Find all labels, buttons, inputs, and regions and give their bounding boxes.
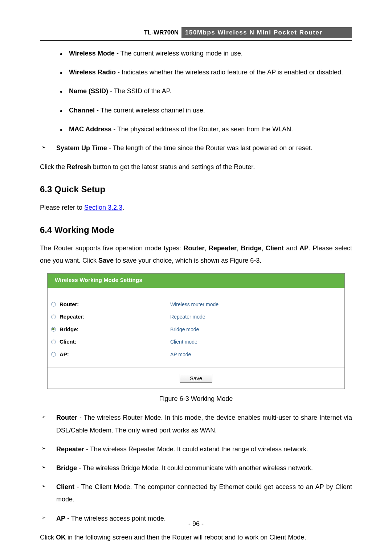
bullet-text: - The current wireless working mode in u…	[115, 50, 243, 57]
text: Please refer to	[40, 204, 84, 211]
bullet-label: MAC Address	[69, 126, 111, 133]
panel-save-row: Save	[48, 368, 344, 389]
bullet-label: Name (SSID)	[69, 87, 108, 95]
figure-caption: Figure 6-3 Working Mode	[40, 393, 352, 405]
bullet-label: Wireless Mode	[69, 50, 115, 57]
bullet-label: Channel	[69, 107, 95, 114]
quick-setup-paragraph: Please refer to Section 3.2.3.	[40, 201, 352, 214]
row-label: Repeater:	[60, 312, 170, 322]
bullet-text: - The current wireless channel in use.	[95, 107, 205, 114]
heading-6-4: 6.4 Working Mode	[40, 222, 352, 238]
save-button[interactable]: Save	[180, 374, 212, 383]
text: Click	[40, 534, 56, 541]
bullet-wireless-mode: Wireless Mode - The current wireless wor…	[40, 47, 352, 59]
bullet-channel: Channel - The current wireless channel i…	[40, 104, 352, 116]
radio-icon[interactable]	[51, 340, 56, 344]
header-rule	[40, 40, 352, 41]
text-bold: OK	[56, 534, 66, 541]
text: button to get the latest status and sett…	[91, 163, 255, 171]
text-bold: Router	[183, 245, 204, 252]
arrow-text: - The wireless Bridge Mode. It could com…	[77, 464, 313, 472]
text: to save your choice, which is shown as F…	[114, 257, 261, 264]
header-model: TL-WR700N	[40, 27, 181, 38]
mode-row-bridge[interactable]: Bridge: Bridge mode	[51, 323, 341, 336]
row-label: Client:	[60, 337, 170, 347]
text: ,	[261, 245, 265, 252]
panel-spacer	[48, 288, 344, 296]
arrow-router: Router - The wireless Router Mode. In th…	[40, 411, 352, 436]
text: ,	[204, 245, 208, 252]
top-bullet-list: Wireless Mode - The current wireless wor…	[40, 47, 352, 135]
text: in the following screen and then the Rou…	[66, 534, 306, 541]
text-bold: Save	[98, 257, 114, 264]
arrow-client: Client - The Client Mode. The computer c…	[40, 481, 352, 505]
bullet-text: - The physical address of the Router, as…	[111, 126, 293, 133]
refresh-paragraph: Click the Refresh button to get the late…	[40, 161, 352, 173]
row-desc: AP mode	[170, 350, 191, 360]
text: ,	[237, 245, 241, 252]
arrow-label: System Up Time	[56, 144, 107, 152]
text-bold: Bridge	[241, 245, 261, 252]
row-label: Bridge:	[60, 324, 170, 335]
closing-paragraph: Click OK in the following screen and the…	[40, 531, 352, 543]
mode-row-client[interactable]: Client: Client mode	[51, 336, 341, 348]
text: The Router supports five operation mode …	[40, 245, 183, 252]
doc-header: TL-WR700N 150Mbps Wireless N Mini Pocket…	[40, 27, 352, 38]
row-desc: Bridge mode	[170, 325, 199, 335]
heading-6-3: 6.3 Quick Setup	[40, 181, 352, 198]
arrow-text: - The wireless Repeater Mode. It could e…	[84, 446, 308, 453]
arrow-list-bottom: Router - The wireless Router Mode. In th…	[40, 411, 352, 524]
row-desc: Wireless router mode	[170, 300, 219, 309]
working-mode-panel: Wireless Working Mode Settings Router: W…	[47, 273, 345, 389]
bullet-text: - The SSID of the AP.	[108, 87, 171, 95]
radio-icon[interactable]	[51, 352, 56, 357]
bullet-label: Wireless Radio	[69, 69, 116, 76]
radio-icon[interactable]	[51, 315, 56, 319]
text: .	[122, 204, 124, 211]
row-label: AP:	[60, 349, 170, 360]
arrow-system-uptime: System Up Time - The length of the time …	[40, 142, 352, 154]
arrow-bridge: Bridge - The wireless Bridge Mode. It co…	[40, 462, 352, 474]
text-bold: Refresh	[67, 163, 91, 171]
bullet-text: - Indicates whether the wireless radio f…	[116, 69, 343, 76]
arrow-label: Client	[56, 483, 74, 491]
text: Click the	[40, 163, 67, 171]
arrow-text: - The length of the time since the Route…	[107, 144, 313, 152]
bullet-wireless-radio: Wireless Radio - Indicates whether the w…	[40, 66, 352, 78]
arrow-list-top: System Up Time - The length of the time …	[40, 142, 352, 154]
working-mode-intro: The Router supports five operation mode …	[40, 242, 352, 267]
arrow-repeater: Repeater - The wireless Repeater Mode. I…	[40, 443, 352, 455]
row-desc: Client mode	[170, 337, 197, 347]
text-bold: Client	[266, 245, 284, 252]
panel-title: Wireless Working Mode Settings	[48, 274, 344, 288]
text-bold: Repeater	[209, 245, 237, 252]
arrow-text: - The wireless Router Mode. In this mode…	[56, 414, 352, 434]
bullet-name-ssid: Name (SSID) - The SSID of the AP.	[40, 85, 352, 97]
arrow-label: Repeater	[56, 446, 84, 453]
arrow-label: Router	[56, 414, 77, 421]
link-section-3-2-3[interactable]: Section 3.2.3	[84, 204, 122, 211]
arrow-label: Bridge	[56, 464, 77, 472]
bullet-mac-address: MAC Address - The physical address of th…	[40, 123, 352, 135]
mode-row-router[interactable]: Router: Wireless router mode	[51, 298, 341, 311]
radio-icon[interactable]	[51, 327, 56, 332]
text-bold: AP	[299, 245, 309, 252]
page-number: - 96 -	[0, 520, 392, 528]
mode-row-repeater[interactable]: Repeater: Repeater mode	[51, 311, 341, 323]
arrow-text: - The Client Mode. The computer connecte…	[56, 483, 352, 503]
radio-icon[interactable]	[51, 302, 56, 307]
mode-row-ap[interactable]: AP: AP mode	[51, 348, 341, 361]
text: and	[284, 245, 299, 252]
row-desc: Repeater mode	[170, 312, 205, 322]
panel-rows: Router: Wireless router mode Repeater: R…	[48, 296, 344, 368]
row-label: Router:	[60, 299, 170, 310]
header-product: 150Mbps Wireless N Mini Pocket Router	[181, 27, 352, 38]
